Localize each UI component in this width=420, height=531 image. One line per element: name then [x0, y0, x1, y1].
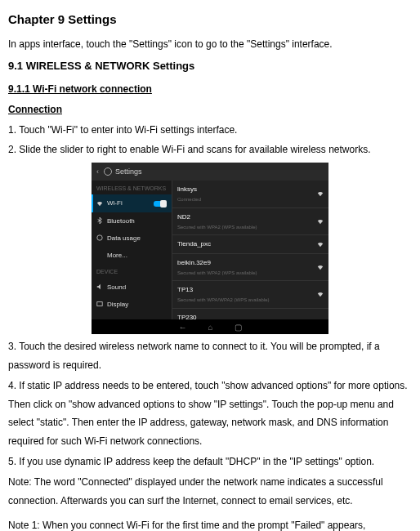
network-name: TP230 [177, 311, 317, 320]
section-9-1-1: 9.1.1 Wi-Fi network connection [8, 80, 412, 99]
network-name: Tienda_pxc [177, 238, 317, 250]
network-list: linksysConnected ND2Secured with WPA2 (W… [172, 181, 328, 319]
svg-rect-1 [97, 302, 102, 306]
network-row[interactable]: TP230Secured with WPA/WPA2 (WPS availabl… [172, 309, 328, 320]
step-4: 4. If static IP address needs to be ente… [8, 377, 412, 451]
screenshot-header: ‹ Settings [92, 163, 328, 181]
network-sub: Secured with WPA2 (WPS available) [177, 223, 317, 232]
step-3: 3. Touch the desired wireless network na… [8, 337, 412, 375]
network-sub: Connected [177, 195, 317, 204]
sidebar-item-datausage[interactable]: Data usage [92, 230, 172, 247]
network-row[interactable]: TP13Secured with WPA/WPA2 (WPS available… [172, 281, 328, 309]
bluetooth-icon [96, 217, 103, 224]
screenshot-navbar: ← ⌂ ▢ [92, 319, 328, 334]
sound-icon [96, 283, 103, 290]
connection-heading: Connection [8, 100, 412, 119]
sidebar-item-sound[interactable]: Sound [92, 279, 172, 296]
network-row[interactable]: Tienda_pxc [172, 235, 328, 253]
sidebar-item-wifi[interactable]: Wi-Fi [92, 194, 172, 212]
settings-screenshot: ‹ Settings WIRELESS & NETWORKS Wi-Fi Blu… [92, 163, 328, 334]
network-row[interactable]: linksysConnected [172, 181, 328, 208]
network-name: linksys [177, 183, 317, 195]
step-5: 5. If you use dynamic IP address keep th… [8, 453, 412, 471]
datausage-icon [96, 234, 103, 241]
display-icon [96, 301, 103, 307]
intro-text: In apps interface, touch the "Settings" … [8, 35, 412, 54]
sidebar-item-bluetooth[interactable]: Bluetooth [92, 212, 172, 230]
gear-icon [104, 167, 112, 176]
category-wireless: WIRELESS & NETWORKS [92, 181, 172, 194]
wifi-signal-icon [317, 291, 324, 297]
note-1: Note 1: When you connect Wi-Fi for the f… [8, 516, 412, 531]
wifi-toggle[interactable] [154, 201, 167, 207]
note-connected: Note: The word "Connected" displayed und… [8, 473, 412, 511]
screenshot-title: Settings [115, 165, 142, 179]
wifi-signal-icon [317, 241, 324, 248]
back-icon[interactable]: ‹ [96, 165, 99, 179]
network-sub: Secured with WPA/WPA2 (WPS available) [177, 296, 317, 305]
network-name: ND2 [177, 211, 317, 223]
svg-point-0 [97, 235, 102, 240]
network-sub: Secured with WPA2 (WPS available) [177, 269, 317, 278]
nav-back-icon[interactable]: ← [178, 319, 186, 335]
step-2: 2. Slide the slider to right to enable W… [8, 141, 412, 159]
wifi-icon [96, 200, 103, 207]
sidebar-label-sound: Sound [107, 281, 126, 293]
sidebar-label-datausage: Data usage [107, 232, 141, 244]
chapter-title: Chapter 9 Settings [8, 8, 412, 32]
wifi-signal-icon [317, 218, 324, 225]
sidebar-item-display[interactable]: Display [92, 296, 172, 313]
network-name: belkin.32e9 [177, 257, 317, 269]
network-name: TP13 [177, 283, 317, 296]
sidebar-label-wifi: Wi-Fi [107, 197, 123, 209]
network-row[interactable]: belkin.32e9Secured with WPA2 (WPS availa… [172, 254, 328, 282]
wifi-signal-icon [317, 264, 324, 270]
nav-home-icon[interactable]: ⌂ [208, 319, 212, 335]
step-1: 1. Touch "Wi-Fi" to enter into Wi-Fi set… [8, 121, 412, 140]
sidebar-item-hdmi[interactable]: Hdmi [92, 313, 172, 319]
sidebar-label-more: More... [107, 249, 127, 261]
nav-recent-icon[interactable]: ▢ [235, 319, 242, 335]
section-9-1: 9.1 WIRELESS & NETWORK Settings [8, 56, 412, 77]
category-device: DEVICE [92, 264, 172, 278]
network-row[interactable]: ND2Secured with WPA2 (WPS available) [172, 208, 328, 236]
wifi-signal-icon [317, 190, 324, 197]
sidebar-item-more[interactable]: More... [92, 247, 172, 264]
settings-sidebar: WIRELESS & NETWORKS Wi-Fi Bluetooth Data… [92, 181, 172, 319]
sidebar-label-bluetooth: Bluetooth [107, 215, 135, 227]
sidebar-label-display: Display [107, 298, 128, 310]
